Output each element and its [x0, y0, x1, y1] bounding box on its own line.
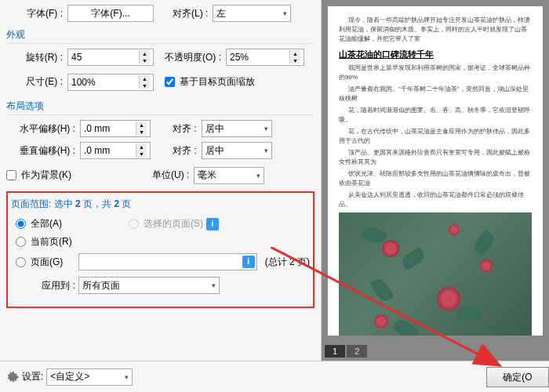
hoffset-spinner[interactable]: .0 mm ▲▼ — [80, 120, 151, 137]
spin-up-icon[interactable]: ▲ — [139, 50, 150, 57]
radio-current[interactable] — [16, 237, 26, 247]
rotate-label: 旋转(R) : — [6, 51, 63, 64]
align1-combo[interactable]: 居中▾ — [202, 120, 272, 137]
ok-button[interactable]: 确定(O — [486, 367, 549, 387]
opacity-label: 不透明度(O) : — [165, 51, 221, 64]
scale-checkbox[interactable] — [165, 77, 175, 87]
size-label: 尺寸(E) : — [6, 75, 63, 89]
align2-label: 对齐 : — [173, 144, 197, 158]
preview-image — [339, 212, 532, 336]
radio-all[interactable] — [16, 219, 26, 229]
chevron-down-icon: ▾ — [283, 9, 287, 17]
page-range-box: 页面范围: 选中 2 页，共 2 页 全部(A) 选择的页面(S) i 当前页(… — [6, 191, 314, 308]
align-top-combo[interactable]: 左▾ — [213, 5, 291, 22]
radio-all-label: 全部(A) — [31, 217, 62, 230]
pages-input[interactable]: i — [78, 253, 257, 270]
radio-selected-label: 选择的页面(S) — [144, 217, 203, 230]
info-icon[interactable]: i — [206, 218, 219, 230]
preview-heading-1: 山茶花油的口碑流转千年 — [339, 49, 532, 60]
radio-pages[interactable] — [16, 257, 26, 267]
background-checkbox-label: 作为背景(K) — [21, 169, 71, 182]
align2-combo[interactable]: 居中▾ — [202, 142, 272, 159]
page-tab-2[interactable]: 2 — [347, 345, 367, 358]
unit-combo[interactable]: 毫米▾ — [194, 167, 264, 184]
spin-down-icon[interactable]: ▼ — [139, 57, 150, 64]
settings-label: 设置: — [22, 370, 43, 383]
page-range-summary: 页面范围: 选中 2 页，共 2 页 — [11, 198, 310, 211]
settings-combo[interactable]: <自定义>▾ — [46, 368, 133, 386]
font-label: 字体(F) : — [6, 7, 63, 20]
apply-label: 应用到 : — [16, 279, 75, 292]
hoffset-label: 水平偏移(H) : — [6, 122, 75, 136]
background-checkbox[interactable] — [6, 170, 16, 180]
apply-combo[interactable]: 所有页面▾ — [78, 277, 220, 294]
radio-selected — [129, 219, 139, 229]
size-spinner[interactable]: 100% ▲▼ — [67, 74, 154, 91]
document-preview: 现今，随着一些高端护肤品牌开始专注开发山茶花油护肤品，柿渍利用花油，保留消御的木… — [328, 6, 543, 336]
info-icon[interactable]: i — [242, 256, 255, 268]
scale-checkbox-label: 基于目标页面缩放 — [180, 75, 255, 89]
opacity-spinner[interactable]: 25% ▲▼ — [226, 49, 304, 66]
total-hint: (总计 2 页) — [265, 256, 310, 269]
unit-label: 单位(U) : — [152, 169, 189, 182]
font-button[interactable]: 字体(F)... — [67, 5, 154, 22]
radio-pages-label: 页面(G) — [31, 256, 63, 269]
radio-current-label: 当前页(R) — [31, 235, 72, 249]
appearance-section-title: 外观 — [6, 28, 314, 44]
voffset-spinner[interactable]: .0 mm ▲▼ — [80, 142, 151, 159]
page-tab-1[interactable]: 1 — [325, 345, 345, 358]
gear-icon[interactable] — [6, 371, 19, 383]
align-top-label: 对齐(L) : — [173, 7, 208, 20]
rotate-spinner[interactable]: 45 ▲▼ — [67, 49, 154, 66]
voffset-label: 垂直偏移(H) : — [6, 144, 75, 158]
align1-label: 对齐 : — [173, 122, 197, 136]
layout-section-title: 布局选项 — [6, 100, 314, 115]
